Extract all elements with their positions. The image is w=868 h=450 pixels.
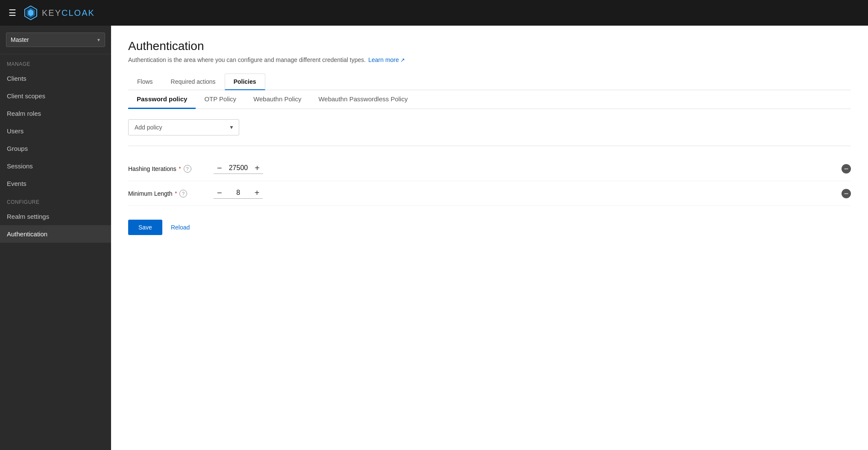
minimum-remove-button[interactable]: − <box>842 189 851 198</box>
sidebar-item-client-scopes[interactable]: Client scopes <box>0 87 111 105</box>
realm-select[interactable]: Master <box>6 32 105 47</box>
external-link-icon: ↗ <box>400 57 405 63</box>
subtab-password-policy[interactable]: Password policy <box>128 90 196 109</box>
hashing-help-icon[interactable]: ? <box>184 165 191 173</box>
tab-policies[interactable]: Policies <box>225 74 265 90</box>
add-policy-container: Add policy ▼ <box>128 119 851 135</box>
hashing-iterations-input-group: − 27500 + <box>214 163 263 174</box>
hashing-required-star: * <box>179 166 181 172</box>
hashing-iterations-field: Hashing Iterations * ? − 27500 + − <box>128 156 851 181</box>
logo: KEYCLOAK <box>23 5 95 21</box>
sidebar-section-manage: Manage <box>0 54 111 70</box>
save-button[interactable]: Save <box>128 220 162 235</box>
sidebar-item-realm-settings[interactable]: Realm settings <box>0 208 111 225</box>
tab-flows[interactable]: Flows <box>128 74 162 90</box>
learn-more-link[interactable]: Learn more ↗ <box>368 56 405 63</box>
divider <box>128 146 851 146</box>
sidebar-item-groups[interactable]: Groups <box>0 140 111 157</box>
minimum-increment-button[interactable]: + <box>251 188 263 197</box>
realm-selector[interactable]: Master <box>0 26 111 54</box>
sidebar-item-clients[interactable]: Clients <box>0 70 111 87</box>
add-policy-select[interactable]: Add policy <box>128 119 239 135</box>
minimum-length-input-group: − 8 + <box>214 188 263 199</box>
top-tabs: Flows Required actions Policies <box>128 74 851 90</box>
sidebar-item-events[interactable]: Events <box>0 175 111 192</box>
content-area: Authentication Authentication is the are… <box>111 26 868 450</box>
subtab-otp-policy[interactable]: OTP Policy <box>196 90 245 109</box>
sidebar-item-realm-roles[interactable]: Realm roles <box>0 105 111 122</box>
subtab-webauthn-passwordless[interactable]: Webauthn Passwordless Policy <box>310 90 416 109</box>
minimum-help-icon[interactable]: ? <box>179 190 187 197</box>
sidebar-item-authentication[interactable]: Authentication <box>0 225 111 243</box>
minimum-length-label: Minimum Length * ? <box>128 190 214 197</box>
keycloak-logo-icon <box>23 5 38 21</box>
logo-text: KEYCLOAK <box>42 8 95 18</box>
hamburger-icon[interactable]: ☰ <box>9 8 16 18</box>
page-title: Authentication <box>128 39 851 53</box>
hashing-iterations-value: 27500 <box>226 163 252 173</box>
page-description: Authentication is the area where you can… <box>128 56 851 63</box>
minimum-decrement-button[interactable]: − <box>214 188 226 197</box>
minimum-length-field: Minimum Length * ? − 8 + − <box>128 181 851 206</box>
sidebar-item-sessions[interactable]: Sessions <box>0 157 111 175</box>
sidebar: Master Manage Clients Client scopes Real… <box>0 26 111 450</box>
hashing-iterations-label: Hashing Iterations * ? <box>128 165 214 173</box>
sidebar-section-configure: Configure <box>0 192 111 208</box>
sidebar-item-users[interactable]: Users <box>0 122 111 140</box>
hashing-decrement-button[interactable]: − <box>214 164 226 172</box>
hashing-increment-button[interactable]: + <box>251 164 263 172</box>
tab-required-actions[interactable]: Required actions <box>162 74 225 90</box>
subtab-webauthn-policy[interactable]: Webauthn Policy <box>245 90 310 109</box>
add-policy-select-wrapper[interactable]: Add policy ▼ <box>128 119 239 135</box>
hashing-remove-button[interactable]: − <box>842 164 851 174</box>
topnav: ☰ KEYCLOAK <box>0 0 868 26</box>
minimum-required-star: * <box>175 191 177 197</box>
reload-button[interactable]: Reload <box>169 220 191 235</box>
action-buttons: Save Reload <box>128 220 851 235</box>
minimum-length-value: 8 <box>226 188 251 197</box>
sub-tabs: Password policy OTP Policy Webauthn Poli… <box>128 90 851 109</box>
